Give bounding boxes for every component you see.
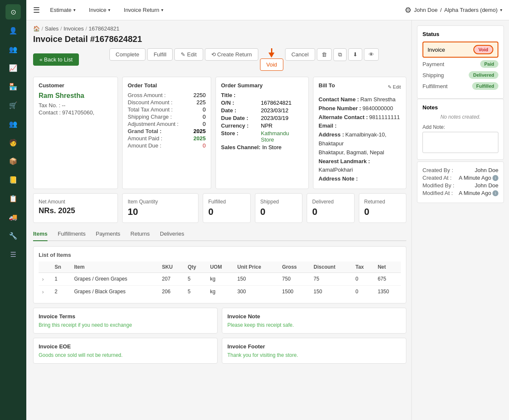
tab-payments[interactable]: Payments	[96, 227, 120, 241]
order-total-label: Order Total	[128, 82, 206, 89]
table-cell: 206	[159, 285, 185, 298]
fulfill-button[interactable]: Fulfill	[147, 48, 173, 61]
col-unit-price: Unit Price	[234, 261, 279, 273]
add-note-label: Add Note:	[422, 124, 498, 130]
sidebar-icon-dashboard[interactable]: ⊙	[6, 4, 21, 19]
created-at-info-icon[interactable]: i	[492, 175, 498, 181]
tab-items[interactable]: Items	[33, 227, 48, 241]
tab-returns[interactable]: Returns	[131, 227, 150, 241]
sidebar-icon-users[interactable]: 👤	[6, 23, 21, 38]
order-summary-label: Order Summary	[221, 82, 303, 89]
nav-estimate[interactable]: Estimate ▾	[47, 5, 79, 15]
sidebar-icon-store[interactable]: 🏪	[6, 79, 21, 94]
hamburger-button[interactable]: ☰	[33, 6, 40, 15]
order-total-row: Grand Total :2025	[128, 128, 206, 134]
col-expand	[39, 261, 51, 273]
invoice-note-content: Please keep this receipt safe.	[227, 322, 401, 328]
table-cell: 207	[159, 273, 185, 285]
table-cell: 0	[352, 285, 374, 298]
cancel-button[interactable]: Cancel	[285, 48, 315, 61]
sidebar-icon-list[interactable]: 📋	[6, 191, 21, 206]
net-amount-label: Net Amount	[39, 199, 112, 205]
breadcrumb-sales[interactable]: Sales	[45, 25, 59, 32]
col-gross: Gross	[279, 261, 310, 273]
table-cell: kg	[207, 285, 234, 298]
order-summary-row: Store :Kathmandu Store	[221, 130, 303, 143]
sidebar-icon-person[interactable]: 🧑	[6, 135, 21, 150]
created-at-label: Created At :	[422, 175, 452, 181]
home-icon[interactable]: 🏠	[33, 25, 40, 32]
shipping-status-badge: Delivered	[469, 71, 498, 79]
col-sn: Sn	[51, 261, 71, 273]
sidebar-icon-groups[interactable]: 👥	[6, 116, 21, 131]
action-bar: « Back to List Complete Fulfill ✎ Edit ⟲…	[33, 48, 406, 71]
col-qty: Qty	[184, 261, 207, 273]
sidebar-icon-ledger[interactable]: 📒	[6, 172, 21, 187]
edit-button[interactable]: ✎ Edit	[174, 48, 203, 61]
view-button[interactable]: 👁	[364, 48, 379, 61]
sidebar-icon-menu[interactable]: ☰	[6, 247, 21, 262]
order-total-row: Gross Amount :2250	[128, 92, 206, 98]
sidebar-icon-box[interactable]: 📦	[6, 153, 21, 169]
company-name: Alpha Traders (demo)	[444, 7, 498, 13]
sidebar-icon-chart[interactable]: 📈	[6, 60, 21, 75]
items-table: Sn Item SKU Qty UOM Unit Price Gross Dis…	[39, 261, 401, 298]
copy-button[interactable]: ⧉	[333, 48, 347, 61]
customer-card: Customer Ram Shrestha Tax No. : -- Conta…	[33, 77, 118, 189]
order-total-row: Total Tax Amount :0	[128, 106, 206, 113]
complete-button[interactable]: Complete	[109, 48, 146, 61]
add-note-input[interactable]	[422, 132, 498, 153]
sidebar-icon-truck[interactable]: 🚚	[6, 209, 21, 225]
col-uom: UOM	[207, 261, 234, 273]
sidebar-icon-contacts[interactable]: 👥	[6, 42, 21, 57]
create-return-button[interactable]: ⟲ Create Return	[205, 48, 258, 61]
modified-at-row: Modified At : A Minute Ago i	[422, 190, 498, 196]
expand-row-button[interactable]: ›	[39, 285, 51, 298]
modified-at-info-icon[interactable]: i	[492, 190, 498, 196]
nav-invoice-return[interactable]: Invoice Return ▾	[120, 5, 167, 15]
tab-fulfillments[interactable]: Fulfillments	[58, 227, 86, 241]
returned-value: 0	[364, 206, 401, 217]
delivered-label: Delivered	[312, 199, 349, 205]
order-total-card: Order Total Gross Amount :2250Discount A…	[122, 77, 211, 189]
invoice-footer-title: Invoice Footer	[227, 343, 401, 350]
modified-by-value: John Doe	[475, 182, 498, 189]
nav-invoice[interactable]: Invoice ▾	[86, 5, 114, 15]
breadcrumb-invoices[interactable]: Invoices	[64, 25, 84, 32]
order-total-row: Shipping Charge :0	[128, 114, 206, 120]
download-button[interactable]: ⬇	[348, 48, 362, 61]
delivered-value: 0	[312, 206, 349, 217]
user-chevron-icon: ▾	[500, 8, 502, 12]
table-cell: 150	[234, 273, 279, 285]
delivered-card: Delivered 0	[307, 193, 355, 223]
invoice-eoe-card: Invoice EOE Goods once sold will not be …	[33, 338, 218, 364]
user-menu[interactable]: ⚙ John Doe / Alpha Traders (demo) ▾	[405, 6, 502, 15]
page-title: Invoice Detail #1678624821	[33, 34, 406, 44]
expand-row-button[interactable]: ›	[39, 273, 51, 285]
order-summary-card: Order Summary Title :O/N :1678624821Date…	[215, 77, 309, 189]
table-cell: 5	[184, 285, 207, 298]
shipping-status-label: Shipping	[422, 72, 444, 78]
table-row: ›1Grapes / Green Grapes2075kg15075075067…	[39, 273, 401, 285]
invoice-footer-content: Thank you for visiting the store.	[227, 352, 401, 358]
sidebar-icon-tools[interactable]: 🔧	[6, 228, 21, 243]
table-cell: 1500	[279, 285, 310, 298]
content-area: 🏠 / Sales / Invoices / 1678624821 Invoic…	[26, 20, 509, 420]
shipped-value: 0	[260, 206, 297, 217]
void-button[interactable]: Void	[260, 58, 283, 71]
status-card: Status Invoice Void Payment Paid Shippin…	[417, 25, 504, 99]
tab-deliveries[interactable]: Deliveries	[160, 227, 184, 241]
customer-name: Ram Shrestha	[39, 92, 112, 100]
invoice-eoe-title: Invoice EOE	[39, 343, 212, 350]
bottom-cards: Invoice Terms Bring this receipt if you …	[33, 308, 406, 364]
modified-by-row: Modified By : John Doe	[422, 182, 498, 189]
user-name: John Doe	[414, 7, 438, 13]
table-cell: 150	[310, 285, 352, 298]
main-area: ☰ Estimate ▾ Invoice ▾ Invoice Return ▾ …	[26, 0, 509, 420]
bill-to-edit[interactable]: ✎ Edit	[388, 84, 401, 90]
table-cell: 1	[51, 273, 71, 285]
sidebar-icon-cart[interactable]: 🛒	[6, 97, 21, 113]
delete-button[interactable]: 🗑	[317, 48, 332, 61]
back-to-list-button[interactable]: « Back to List	[33, 53, 79, 66]
bill-to-label: Bill To	[319, 82, 335, 89]
